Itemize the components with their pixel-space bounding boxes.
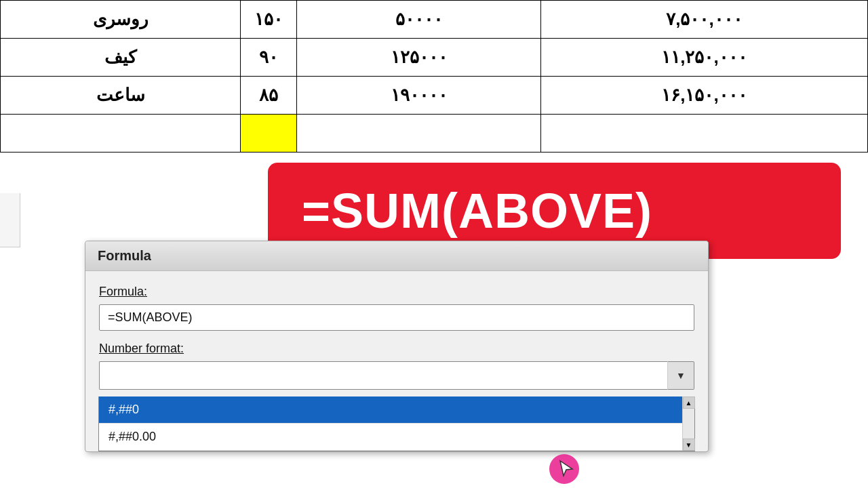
number-format-label: Number format: bbox=[99, 342, 694, 356]
dropdown-item-label-1: #,##0.00 bbox=[108, 430, 156, 444]
cell-sum-yellow[interactable] bbox=[241, 115, 297, 152]
cell-qty-2[interactable]: ۹۰ bbox=[241, 39, 297, 77]
dropdown-item-0[interactable]: #,##0 bbox=[99, 396, 694, 424]
cell-total-2[interactable]: ۱۱,۲۵۰,۰۰۰ bbox=[540, 39, 867, 77]
table-row: ۱۶,۱۵۰,۰۰۰ ۱۹۰۰۰۰ ۸۵ ساعت bbox=[1, 77, 868, 115]
number-format-input[interactable] bbox=[99, 361, 667, 390]
cell-qty-1[interactable]: ۱۵۰ bbox=[241, 1, 297, 39]
cell-price-3[interactable]: ۱۹۰۰۰۰ bbox=[297, 77, 541, 115]
formula-label: Formula: bbox=[99, 285, 694, 299]
scrollbar-track: ▲ ▼ bbox=[682, 396, 694, 451]
cell-qty-3[interactable]: ۸۵ bbox=[241, 77, 297, 115]
dropdown-item-label-0: #,##0 bbox=[108, 403, 139, 417]
dialog-title: Formula bbox=[85, 241, 708, 271]
cell-name-3[interactable]: ساعت bbox=[1, 77, 241, 115]
cell-name-1[interactable]: روسری bbox=[1, 1, 241, 39]
number-format-dropdown-list: #,##0 #,##0.00 ▲ ▼ bbox=[98, 396, 695, 451]
cell-sum-total[interactable] bbox=[540, 115, 867, 152]
cell-price-1[interactable]: ۵۰۰۰۰ bbox=[297, 1, 541, 39]
table-row: ۷,۵۰۰,۰۰۰ ۵۰۰۰۰ ۱۵۰ روسری bbox=[1, 1, 868, 39]
formula-input[interactable] bbox=[99, 304, 694, 331]
sidebar-remnant bbox=[0, 193, 20, 247]
formula-dialog: Formula Formula: Number format: ▼ #,##0 … bbox=[85, 241, 709, 452]
number-format-dropdown-button[interactable]: ▼ bbox=[667, 361, 694, 390]
chevron-down-icon: ▼ bbox=[676, 370, 686, 381]
cell-total-1[interactable]: ۷,۵۰۰,۰۰۰ bbox=[540, 1, 867, 39]
cell-sum-price[interactable] bbox=[297, 115, 541, 152]
dialog-body: Formula: Number format: ▼ #,##0 #,##0.00… bbox=[85, 271, 708, 451]
spreadsheet-table: ۷,۵۰۰,۰۰۰ ۵۰۰۰۰ ۱۵۰ روسری ۱۱,۲۵۰,۰۰۰ ۱۲۵… bbox=[0, 0, 868, 152]
table-row: ۱۱,۲۵۰,۰۰۰ ۱۲۵۰۰۰ ۹۰ کیف bbox=[1, 39, 868, 77]
mouse-cursor bbox=[557, 460, 576, 479]
number-format-row: ▼ bbox=[99, 361, 694, 390]
dropdown-item-1[interactable]: #,##0.00 bbox=[99, 424, 694, 451]
cell-price-2[interactable]: ۱۲۵۰۰۰ bbox=[297, 39, 541, 77]
cell-sum-name[interactable] bbox=[1, 115, 241, 152]
cell-total-3[interactable]: ۱۶,۱۵۰,۰۰۰ bbox=[540, 77, 867, 115]
speech-bubble-text: =SUM(ABOVE) bbox=[302, 184, 652, 238]
table-row-sum bbox=[1, 115, 868, 152]
scrollbar-down-button[interactable]: ▼ bbox=[683, 439, 695, 451]
cell-name-2[interactable]: کیف bbox=[1, 39, 241, 77]
scrollbar-up-button[interactable]: ▲ bbox=[683, 396, 695, 409]
